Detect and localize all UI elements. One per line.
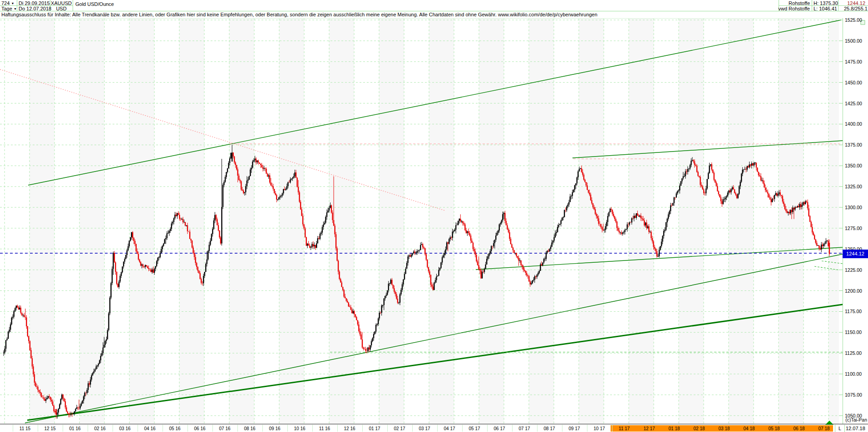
x-axis-label: 05 16 <box>167 426 183 432</box>
x-axis-label: 02 17 <box>391 426 408 432</box>
axis-tick <box>13 425 13 432</box>
x-axis-label: 10 17 <box>591 426 607 432</box>
taipan-chart-window: { "header": { "bars_count": "724", "peri… <box>0 0 868 432</box>
axis-tick <box>487 425 488 432</box>
axis-tick <box>462 425 463 432</box>
axis-tick <box>337 425 338 432</box>
x-axis-label: 06 18 <box>791 426 807 432</box>
last-bar-label: L <box>835 425 845 432</box>
y-axis-label: 1275.00 <box>845 226 867 231</box>
y-axis-label: 1100.00 <box>845 371 867 377</box>
x-axis-label: 03 16 <box>117 426 133 432</box>
y-axis-label: 1425.00 <box>845 101 867 106</box>
axis-tick <box>163 425 163 432</box>
axis-tick <box>212 425 213 432</box>
y-axis-label: 1450.00 <box>845 80 867 85</box>
axis-tick <box>63 425 63 432</box>
x-axis-label: 07 17 <box>516 426 533 432</box>
x-axis-label: 12 16 <box>341 426 358 432</box>
axis-tick <box>387 425 388 432</box>
y-axis-label: 1125.00 <box>845 350 867 356</box>
x-axis-label: 11 16 <box>316 426 333 432</box>
x-axis-label: 08 17 <box>541 426 557 432</box>
axis-tick <box>262 425 263 432</box>
copyright-label: (c)Tai-Pan <box>833 417 867 422</box>
axis-tick <box>437 425 438 432</box>
axis-tick <box>88 425 88 432</box>
y-axis-label: 1150.00 <box>845 329 867 335</box>
current-price-badge: 1244.12 <box>843 250 868 258</box>
x-axis-label: 12 17 <box>641 426 657 432</box>
x-axis-label: 07 16 <box>217 426 233 432</box>
y-axis-label: 1200.00 <box>845 288 867 294</box>
y-axis-label: 1500.00 <box>845 38 867 44</box>
chart-canvas[interactable] <box>0 0 868 432</box>
x-axis-label: 09 16 <box>266 426 283 432</box>
axis-tick <box>138 425 138 432</box>
x-axis-label: 03 18 <box>716 426 732 432</box>
axis-tick <box>537 425 538 432</box>
x-axis-label: 04 18 <box>741 426 757 432</box>
x-axis-label: 05 17 <box>466 426 483 432</box>
time-axis-line <box>0 424 868 424</box>
axis-tick <box>113 425 113 432</box>
axis-tick <box>362 425 363 432</box>
axis-tick <box>512 425 513 432</box>
x-axis-label: 08 16 <box>242 426 258 432</box>
axis-tick <box>412 425 413 432</box>
x-axis-label: 10 16 <box>291 426 308 432</box>
x-axis-label: 02 18 <box>691 426 707 432</box>
x-axis-label: 11 17 <box>616 426 632 432</box>
x-axis-label: 01 17 <box>366 426 383 432</box>
price-axis-line <box>843 18 843 424</box>
x-axis-label: 06 16 <box>192 426 208 432</box>
x-axis-label: 05 18 <box>766 426 782 432</box>
y-axis-label: 1400.00 <box>845 121 867 127</box>
axis-tick <box>38 425 38 432</box>
x-axis-label: 03 17 <box>416 426 433 432</box>
axis-tick <box>287 425 288 432</box>
axis-tick <box>187 425 188 432</box>
y-axis-label: 1325.00 <box>845 184 867 189</box>
axis-tick <box>587 425 587 432</box>
x-axis-label: 12 15 <box>42 426 58 432</box>
x-axis-label: 04 17 <box>441 426 458 432</box>
y-axis-label: 1300.00 <box>845 205 867 210</box>
y-axis-label: 1525.00 <box>845 17 867 23</box>
last-bar-date: 12.07.18 <box>846 426 865 431</box>
x-axis-label: 07 18 <box>816 426 832 432</box>
axis-tick <box>612 425 612 432</box>
y-axis-label: 1375.00 <box>845 142 867 147</box>
x-axis-label: 11 15 <box>17 426 33 432</box>
axis-tick <box>237 425 238 432</box>
x-axis-label: 01 18 <box>666 426 682 432</box>
x-axis-label: 01 16 <box>67 426 83 432</box>
y-axis-label: 1075.00 <box>845 392 867 398</box>
x-axis-label: 02 16 <box>92 426 108 432</box>
y-axis-label: 1350.00 <box>845 163 867 168</box>
x-axis-label: 09 17 <box>566 426 582 432</box>
x-axis-label: 04 16 <box>142 426 158 432</box>
axis-tick <box>562 425 562 432</box>
y-axis-label: 1175.00 <box>845 309 867 314</box>
y-axis-label: 1225.00 <box>845 267 867 273</box>
axis-tick <box>312 425 313 432</box>
plot-top-border <box>0 18 843 19</box>
x-axis-label: 06 17 <box>491 426 508 432</box>
y-axis-label: 1475.00 <box>845 59 867 64</box>
